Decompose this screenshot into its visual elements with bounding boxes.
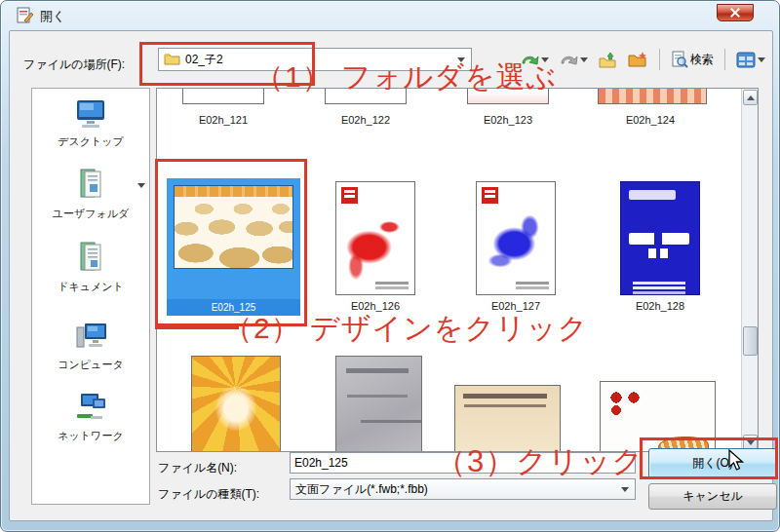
documents-icon [73,240,108,275]
new-folder-button[interactable] [624,48,651,71]
sidebar-item-label: ユーザフォルダ [32,207,149,221]
sidebar-item-label: コンピュータ [32,358,149,372]
file-thumbnail[interactable] [620,181,700,295]
sidebar-item-label: ドキュメント [32,280,149,294]
sidebar-expand-arrow[interactable] [137,188,145,202]
fineprint-decoration [516,282,549,285]
white-text-decoration [633,282,685,285]
file-thumbnail[interactable] [335,181,415,295]
app-icon [17,7,33,26]
chevron-down-icon [758,57,765,62]
annotation-step3-label: （3）クリック [436,441,644,482]
annotation-step1-label: （1） フォルダを選ぶ [254,57,557,97]
file-thumbnail[interactable] [191,356,281,452]
desktop-icon [73,98,108,130]
triangle-up-icon [747,95,755,100]
file-thumbnail[interactable] [476,181,556,295]
red-brush-design [336,182,414,294]
file-type-field-label: ファイルの種類(T): [158,486,259,503]
window-title: 開く [40,8,65,25]
file-name-field-label: ファイル名(N): [158,460,237,476]
annotation-step2-label: （2） デザインをクリック [223,309,588,349]
search-button[interactable]: 検索 [668,48,717,71]
toolbar-separator [724,49,725,70]
location-label: ファイルの場所(F): [23,57,125,73]
fineprint-decoration [375,282,409,285]
search-icon [671,51,688,68]
up-folder-icon [598,51,617,68]
new-folder-icon [627,51,648,68]
chevron-down-icon [580,57,588,62]
white-text-decoration [629,190,676,200]
file-name-label[interactable]: E02h_128 [606,300,714,312]
file-thumbnail[interactable] [182,88,264,104]
toolbar-separator [659,49,660,70]
white-text-decoration [648,248,656,258]
file-name-label[interactable]: E02h_123 [454,114,562,126]
sidebar-item-network[interactable]: ネットワーク [32,391,149,443]
views-button[interactable] [733,49,768,71]
sidebar-item-user-folder[interactable]: ユーザフォルダ [32,167,149,221]
open-dialog-window: 開く ファイルの場所(F): 02_子2 [0,0,780,532]
gray-arrow-icon [559,52,578,67]
file-name-label[interactable]: E02h_121 [170,114,277,126]
close-button[interactable] [717,4,754,21]
annotation-step3-box [640,437,778,479]
file-name-label[interactable]: E02h_124 [597,114,704,126]
blue-brush-design [477,182,555,294]
file-thumbnail[interactable] [598,88,707,104]
file-type-value: 文面ファイル(*.fwb;*.fbb) [295,481,428,498]
forward-button[interactable] [556,49,591,70]
annotation-step2-box [155,159,307,326]
places-sidebar: デスクトップ ユーザフォルダ ドキュメント コンピュータ ネットワーク [31,88,150,505]
scrollbar-up-button[interactable] [743,90,758,105]
sidebar-item-documents[interactable]: ドキュメント [32,240,149,294]
chevron-down-icon [621,487,629,492]
mouse-cursor [726,449,748,475]
cancel-button[interactable]: キャンセル [648,483,777,510]
search-button-label: 検索 [690,52,714,68]
views-icon [736,52,756,68]
sidebar-item-desktop[interactable]: デスクトップ [32,98,149,149]
white-text-decoration [629,233,689,245]
scrollbar-thumb[interactable] [743,326,758,356]
file-name-label[interactable]: E02h_122 [312,114,419,126]
vertical-scrollbar[interactable] [741,89,758,451]
file-thumbnail[interactable] [335,356,422,452]
sidebar-item-label: デスクトップ [32,134,149,149]
network-icon [73,391,108,424]
red-calligraphy-decoration [608,390,642,415]
sidebar-item-computer[interactable]: コンピュータ [32,320,149,372]
up-one-level-button[interactable] [595,48,620,71]
close-icon [730,8,740,18]
computer-icon [73,320,108,353]
chevron-down-icon [137,183,145,202]
titlebar[interactable]: 開く [1,1,779,30]
sidebar-item-label: ネットワーク [32,429,149,443]
user-folder-icon [73,167,108,202]
